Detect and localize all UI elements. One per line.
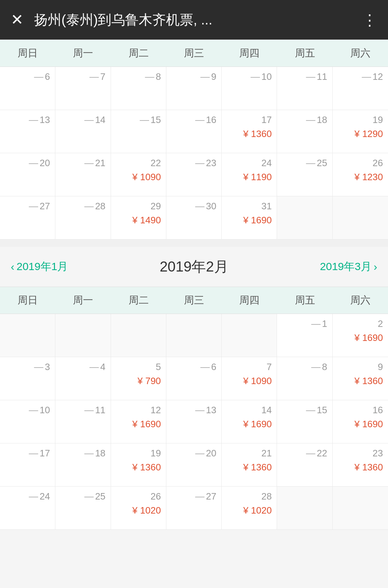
calendar-cell[interactable]: 17¥ 1360 [222,110,277,153]
prev-month-label[interactable]: 2019年1月 [17,259,68,274]
calendar-cell[interactable]: —14 [55,110,111,153]
close-button[interactable]: ✕ [11,12,23,27]
calendar-cell[interactable]: —11 [277,67,332,110]
calendar-cell[interactable]: —9 [166,67,222,110]
cell-day-number: 3 [45,361,50,373]
no-price-dash: — [29,405,38,416]
calendar-cell[interactable]: —20 [0,153,55,196]
calendar-cell[interactable]: —25 [55,487,111,530]
cell-day-number: 6 [211,361,216,373]
calendar-cell[interactable]: —15 [111,110,166,153]
calendar-cell[interactable]: —8 [277,357,332,400]
cell-day-number: 30 [206,201,216,212]
menu-button[interactable]: ⋮ [362,11,377,29]
day-row: —11 [60,405,105,416]
day-row: 5 [116,361,161,373]
cell-price: ¥ 1360 [243,462,272,473]
calendar-cell [222,314,277,357]
calendar-cell[interactable]: —16 [166,110,222,153]
current-month-title: 2019年2月 [160,257,228,277]
calendar-cell[interactable]: —15 [277,400,332,443]
calendar-cell[interactable]: —22 [277,443,332,487]
calendar-cell[interactable]: —13 [0,110,55,153]
no-price-dash: — [29,491,38,502]
calendar-cell[interactable]: —21 [55,153,111,196]
cell-day-number: 20 [206,448,216,459]
cell-price: ¥ 1690 [243,419,272,430]
calendar-cell[interactable]: —4 [55,357,111,400]
section-divider-1 [0,240,388,247]
calendar-cell[interactable]: 26¥ 1020 [111,487,166,530]
calendar-cell[interactable]: —12 [333,67,388,110]
day-row: —1 [282,318,327,329]
calendar-cell[interactable]: —18 [55,443,111,487]
day-row: —15 [116,114,161,126]
day-row: —20 [5,158,50,169]
calendar-cell[interactable]: 22¥ 1090 [111,153,166,196]
calendar-cell[interactable]: 26¥ 1230 [333,153,388,196]
cell-price: ¥ 1360 [132,462,161,473]
calendar-cell[interactable]: —20 [166,443,222,487]
day-row: 9 [338,361,383,373]
calendar-cell[interactable]: —3 [0,357,55,400]
cell-day-number: 12 [151,405,161,416]
calendar-cell[interactable]: —27 [166,487,222,530]
calendar-cell[interactable]: —8 [111,67,166,110]
calendar-cell[interactable]: 19¥ 1360 [111,443,166,487]
day-row: —27 [5,201,50,212]
day-row: 31 [227,201,272,212]
no-price-dash: — [195,491,204,502]
cell-day-number: 28 [95,201,106,212]
no-price-dash: — [195,114,204,126]
weekday-mon: 周一 [55,40,111,67]
weekday-sat-feb: 周六 [333,287,388,314]
cell-day-number: 10 [262,71,272,82]
cell-day-number: 12 [373,71,383,82]
calendar-cell[interactable]: 12¥ 1690 [111,400,166,443]
calendar-cell[interactable]: —6 [0,67,55,110]
calendar-cell[interactable]: —25 [277,153,332,196]
next-month-nav[interactable]: 2019年3月 › [320,259,377,274]
cell-day-number: 11 [95,405,106,416]
calendar-cell[interactable]: 16¥ 1690 [333,400,388,443]
cell-day-number: 15 [151,114,161,126]
calendar-cell[interactable]: —27 [0,196,55,240]
january-weekday-header: 周日 周一 周二 周三 周四 周五 周六 [0,40,388,67]
calendar-cell[interactable]: 14¥ 1690 [222,400,277,443]
calendar-cell[interactable]: —30 [166,196,222,240]
prev-month-nav[interactable]: ‹ 2019年1月 [11,259,68,274]
calendar-cell[interactable]: —6 [166,357,222,400]
calendar-cell[interactable]: 2¥ 1690 [333,314,388,357]
calendar-cell[interactable]: —28 [55,196,111,240]
calendar-cell[interactable]: 9¥ 1360 [333,357,388,400]
calendar-cell[interactable]: 7¥ 1090 [222,357,277,400]
calendar-cell[interactable]: 28¥ 1020 [222,487,277,530]
no-price-dash: — [89,361,99,373]
calendar-cell[interactable]: —24 [0,487,55,530]
calendar-cell[interactable]: —17 [0,443,55,487]
calendar-cell[interactable]: —10 [222,67,277,110]
calendar-cell[interactable]: —13 [166,400,222,443]
day-row: —13 [171,405,216,416]
calendar-cell[interactable]: —18 [277,110,332,153]
calendar-cell[interactable]: 31¥ 1690 [222,196,277,240]
calendar-cell[interactable]: 5¥ 790 [111,357,166,400]
day-row: —13 [5,114,50,126]
calendar-cell[interactable]: —7 [55,67,111,110]
no-price-dash: — [34,71,43,82]
no-price-dash: — [84,114,94,126]
calendar-cell[interactable]: —23 [166,153,222,196]
calendar-cell[interactable]: —1 [277,314,332,357]
calendar-cell[interactable]: 24¥ 1190 [222,153,277,196]
cell-price: ¥ 1090 [132,172,161,183]
day-row: —28 [60,201,105,212]
january-grid: —6—7—8—9—10—11—12—13—14—15—1617¥ 1360—18… [0,67,388,240]
calendar-cell[interactable]: 21¥ 1360 [222,443,277,487]
calendar-cell[interactable]: 19¥ 1290 [333,110,388,153]
next-month-label[interactable]: 2019年3月 [320,259,371,274]
calendar-cell[interactable]: 23¥ 1360 [333,443,388,487]
chevron-right-icon: › [374,261,377,273]
calendar-cell[interactable]: —11 [55,400,111,443]
calendar-cell[interactable]: 29¥ 1490 [111,196,166,240]
calendar-cell[interactable]: —10 [0,400,55,443]
